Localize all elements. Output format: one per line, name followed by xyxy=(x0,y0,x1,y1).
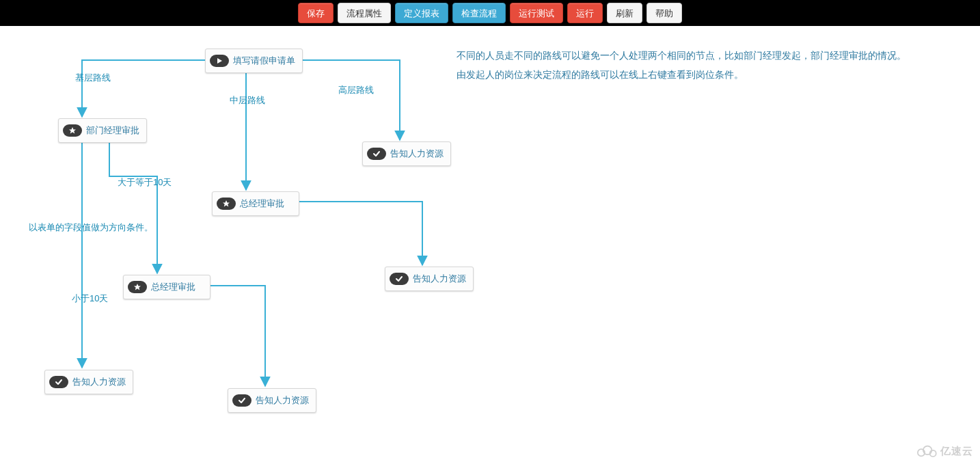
node-label: 部门经理审批 xyxy=(86,124,139,137)
description-line-1: 不同的人员走不同的路线可以避免一个人处理两个相同的节点，比如部门经理发起，部门经… xyxy=(457,46,906,64)
star-icon xyxy=(217,198,236,210)
node-label: 填写请假申请单 xyxy=(233,55,295,67)
save-button[interactable]: 保存 xyxy=(298,3,334,23)
node-dept-approval[interactable]: 部门经理审批 xyxy=(58,118,147,143)
node-label: 总经理审批 xyxy=(240,198,284,210)
check-icon xyxy=(232,394,251,407)
edge-label-note: 以表单的字段值做为方向条件。 xyxy=(29,221,153,234)
node-hr-mid[interactable]: 告知人力资源 xyxy=(385,267,474,291)
play-icon xyxy=(210,55,229,67)
node-label: 告知人力资源 xyxy=(390,148,444,160)
node-gm2[interactable]: 总经理审批 xyxy=(123,275,210,299)
node-hr-left[interactable]: 告知人力资源 xyxy=(44,370,133,394)
node-label: 总经理审批 xyxy=(151,281,195,293)
edge-label-mid: 中层路线 xyxy=(230,94,265,107)
cloud-icon xyxy=(916,444,938,458)
node-label: 告知人力资源 xyxy=(413,273,466,285)
svg-marker-1 xyxy=(69,127,76,134)
star-icon xyxy=(63,124,82,137)
refresh-button[interactable]: 刷新 xyxy=(607,3,642,23)
star-icon xyxy=(128,281,147,293)
node-label: 告知人力资源 xyxy=(256,394,309,407)
check-icon xyxy=(390,273,409,285)
check-icon xyxy=(367,148,386,160)
help-button[interactable]: 帮助 xyxy=(646,3,682,23)
node-hr-bot[interactable]: 告知人力资源 xyxy=(228,388,316,413)
svg-marker-3 xyxy=(134,284,141,290)
watermark: 亿速云 xyxy=(916,444,973,458)
flow-props-button[interactable]: 流程属性 xyxy=(338,3,391,23)
edge-label-gte10: 大于等于10天 xyxy=(118,176,172,189)
node-start[interactable]: 填写请假申请单 xyxy=(205,49,303,73)
flow-edges xyxy=(0,26,980,462)
flow-canvas[interactable]: 填写请假申请单 部门经理审批 告知人力资源 总经理审批 总经理审批 告知人力资源 xyxy=(0,26,980,462)
run-test-button[interactable]: 运行测试 xyxy=(510,3,563,23)
svg-marker-2 xyxy=(223,200,230,207)
define-report-button[interactable]: 定义报表 xyxy=(395,3,448,23)
run-button[interactable]: 运行 xyxy=(567,3,603,23)
toolbar: 保存 流程属性 定义报表 检查流程 运行测试 运行 刷新 帮助 xyxy=(0,0,980,26)
edge-label-high: 高层路线 xyxy=(338,84,374,96)
svg-marker-0 xyxy=(217,58,222,64)
node-gm1[interactable]: 总经理审批 xyxy=(212,191,299,216)
node-label: 告知人力资源 xyxy=(72,376,126,388)
check-icon xyxy=(49,376,68,388)
watermark-text: 亿速云 xyxy=(940,445,973,458)
edge-label-low: 基层路线 xyxy=(75,72,111,84)
check-flow-button[interactable]: 检查流程 xyxy=(452,3,506,23)
edge-label-lt10: 小于10天 xyxy=(72,293,108,305)
node-hr-top[interactable]: 告知人力资源 xyxy=(362,141,451,166)
description-line-2: 由发起人的岗位来决定流程的路线可以在线上右键查看到岗位条件。 xyxy=(457,66,744,83)
